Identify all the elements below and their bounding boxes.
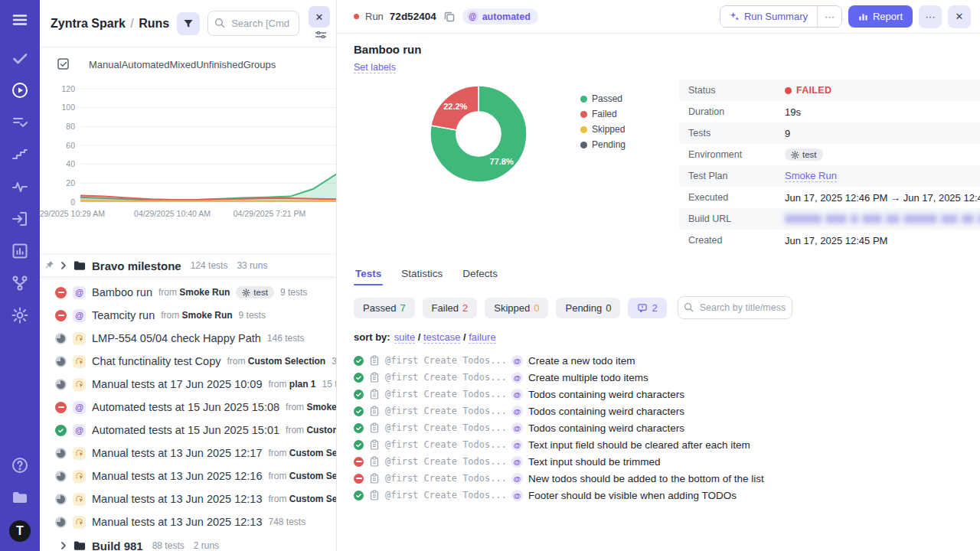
test-title[interactable]: Todos containing weird characters: [528, 422, 684, 434]
close-run-button[interactable]: ✕: [948, 5, 971, 28]
tests-search-input[interactable]: [678, 296, 792, 319]
folder-row-bottom[interactable]: Build 981 88 tests 2 runs: [40, 535, 336, 551]
settings-gear-icon[interactable]: [11, 306, 29, 324]
select-all-icon[interactable]: [57, 57, 70, 71]
folder-row-top[interactable]: Bravo milestone 124 tests 33 runs: [40, 255, 336, 276]
test-title[interactable]: Create multiple todo items: [528, 372, 648, 383]
help-icon[interactable]: [11, 456, 29, 474]
detail-tab[interactable]: Defects: [461, 268, 499, 285]
run-list-item[interactable]: Manual tests at 13 Jun 2025 12:13 from C…: [40, 487, 336, 510]
filter-chip[interactable]: Failed 2: [423, 298, 478, 318]
test-suite-path[interactable]: @first Create Todos...: [385, 456, 506, 467]
run-list-item[interactable]: Manual tests at 13 Jun 2025 12:17 from C…: [40, 442, 336, 465]
test-status-icon: [354, 373, 364, 383]
detail-tab[interactable]: Tests: [354, 268, 383, 285]
tests-icon[interactable]: [11, 49, 29, 67]
more-actions-button[interactable]: ···: [919, 5, 942, 28]
filter-chip[interactable]: Skipped 0: [485, 298, 548, 318]
robot-icon: @: [511, 473, 523, 484]
run-type-tab[interactable]: Unfinished: [196, 59, 243, 70]
sort-option-link[interactable]: testcase: [423, 331, 460, 344]
detail-tab[interactable]: Statistics: [400, 268, 444, 285]
sliders-icon[interactable]: [315, 31, 327, 38]
run-list-item[interactable]: Manual tests at 17 Jun 2025 10:09 from p…: [40, 373, 336, 396]
app-logo[interactable]: T: [9, 520, 31, 542]
menu-icon[interactable]: [11, 11, 29, 29]
test-suite-path[interactable]: @first Create Todos...: [385, 406, 506, 416]
run-list-item[interactable]: Manual tests at 13 Jun 2025 12:13 748 te…: [40, 510, 336, 533]
run-title: Teamcity run: [92, 309, 155, 321]
breadcrumb-project[interactable]: Zyntra Spark: [51, 17, 126, 30]
test-suite-path[interactable]: @first Create Todos...: [385, 439, 506, 450]
copy-run-id-button[interactable]: [443, 10, 456, 24]
run-list-item[interactable]: Manual tests at 13 Jun 2025 12:16 from C…: [40, 465, 336, 487]
test-title[interactable]: Todos containing weird characters: [528, 406, 684, 417]
test-title[interactable]: Text input should be trimmed: [528, 456, 661, 468]
test-list-item[interactable]: @first Create Todos... @ Todos containin…: [354, 419, 962, 436]
test-suite-path[interactable]: @first Create Todos...: [385, 372, 506, 383]
set-labels-link[interactable]: Set labels: [354, 62, 396, 73]
run-type-tab[interactable]: Automated: [122, 59, 170, 70]
breadcrumb[interactable]: Zyntra Spark / Runs: [51, 17, 169, 31]
run-summary-more-button[interactable]: ···: [817, 6, 841, 27]
test-list-item[interactable]: @first Create Todos... @ Create a new to…: [354, 352, 962, 369]
filter-chips: Passed 7 Failed 2 Skipped 0 Pending 0 2: [354, 298, 667, 318]
detail-row: Tests 9: [679, 122, 980, 144]
test-plan-link[interactable]: Smoke Run: [785, 170, 837, 182]
filter-chip-count: 7: [400, 302, 405, 314]
run-list-item[interactable]: @ Bamboo run from Smoke Run test 9 tests: [40, 281, 336, 304]
run-type-tab[interactable]: Groups: [243, 59, 276, 70]
test-title[interactable]: New todos should be added to the bottom …: [528, 473, 764, 484]
test-list-item[interactable]: @first Create Todos... @ Create multiple…: [354, 369, 962, 386]
clipboard-icon: [369, 439, 380, 450]
test-list-item[interactable]: @first Create Todos... @ Text input fiel…: [354, 436, 962, 453]
test-suite-path[interactable]: @first Create Todos...: [385, 473, 506, 484]
run-list-item[interactable]: @ Teamcity run from Smoke Run 9 tests: [40, 304, 336, 327]
run-list-item[interactable]: @ Automated tests at 15 Jun 2025 15:01 f…: [40, 419, 336, 442]
pulse-steps-icon[interactable]: [11, 145, 29, 164]
test-title[interactable]: Create a new todo item: [528, 355, 635, 367]
filter-chip[interactable]: 2: [628, 298, 666, 318]
filter-chip[interactable]: Pending 0: [556, 298, 620, 318]
runs-icon[interactable]: [11, 81, 29, 99]
test-title[interactable]: Todos containing weird characters: [528, 389, 684, 400]
run-list-item[interactable]: Chat functinality test Copy from Custom …: [40, 350, 336, 373]
test-suite-path[interactable]: @first Create Todos...: [385, 422, 506, 433]
test-suite-path[interactable]: @first Create Todos...: [385, 490, 506, 500]
panel-close-button[interactable]: ✕: [309, 6, 330, 28]
chevron-right-icon[interactable]: [60, 541, 67, 550]
analytics-icon[interactable]: [11, 178, 29, 196]
projects-folder-icon[interactable]: [11, 488, 29, 507]
test-plans-icon[interactable]: [11, 113, 29, 132]
svg-text:120: 120: [61, 84, 75, 93]
run-type-tab[interactable]: Manual: [89, 59, 122, 70]
sort-option-link[interactable]: failure: [469, 331, 495, 344]
sort-option-link[interactable]: suite: [394, 331, 415, 344]
report-button[interactable]: Report: [848, 5, 913, 28]
run-plan-name: Custom Selection: [289, 494, 336, 504]
run-list-item[interactable]: LMP-554 05/04 check Happy Path 146 tests: [40, 327, 336, 350]
test-list-item[interactable]: @first Create Todos... @ Footer should b…: [354, 487, 962, 504]
run-from: from Smoke Run: [286, 402, 336, 412]
reports-icon[interactable]: [11, 242, 29, 260]
test-suite-path[interactable]: @first Create Todos...: [385, 355, 506, 366]
filter-chip[interactable]: Passed 7: [354, 298, 415, 318]
chevron-right-icon[interactable]: [60, 261, 67, 270]
test-list-item[interactable]: @first Create Todos... @ New todos shoul…: [354, 470, 962, 487]
test-list-item[interactable]: @first Create Todos... @ Todos containin…: [354, 403, 962, 419]
branches-icon[interactable]: [11, 274, 29, 292]
test-suite-path[interactable]: @first Create Todos...: [385, 389, 506, 399]
test-title[interactable]: Text input field should be cleared after…: [528, 439, 750, 451]
test-list-item[interactable]: @first Create Todos... @ Text input shou…: [354, 453, 962, 470]
run-type-tab[interactable]: Mixed: [170, 59, 197, 70]
test-title[interactable]: Footer should be visible when adding TOD…: [528, 490, 737, 501]
import-icon[interactable]: [11, 210, 29, 228]
run-list-item[interactable]: @ Automated tests at 15 Jun 2025 15:08 f…: [40, 396, 336, 419]
clipboard-icon: [369, 422, 380, 433]
pin-icon[interactable]: [44, 260, 54, 270]
run-summary-button[interactable]: Run Summary: [720, 6, 817, 27]
clipboard-icon: [369, 456, 380, 467]
filter-button[interactable]: [177, 12, 200, 35]
automated-badge[interactable]: @ automated: [462, 8, 538, 24]
test-list-item[interactable]: @first Create Todos... @ Todos containin…: [354, 386, 962, 403]
